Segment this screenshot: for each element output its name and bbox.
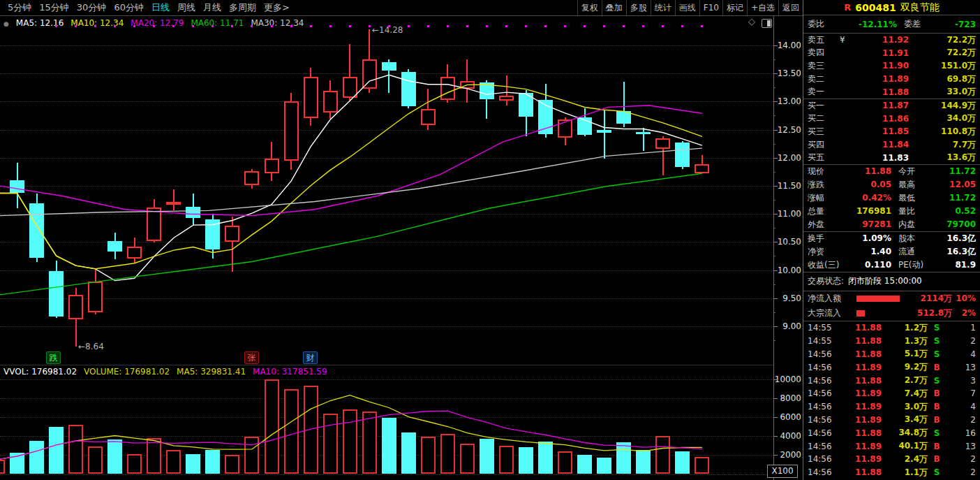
tick-time: 14:56 bbox=[808, 388, 836, 398]
flow-bar bbox=[856, 296, 900, 302]
ask-price: 11.92 bbox=[848, 35, 909, 45]
tick-count: 4 bbox=[946, 349, 976, 359]
quote-value: 11.72 bbox=[932, 166, 976, 176]
toolbar-button-画线[interactable]: 画线 bbox=[675, 0, 699, 15]
period-tab-5分钟[interactable]: 5分钟 bbox=[8, 1, 31, 14]
period-tab-60分钟[interactable]: 60分钟 bbox=[114, 1, 144, 14]
period-tab-多周期[interactable]: 多周期 bbox=[229, 1, 256, 14]
weicha-label: 委差 bbox=[904, 18, 932, 30]
tick-count: 2 bbox=[946, 454, 976, 464]
bid-label: 买一 bbox=[808, 100, 840, 112]
ask-label: 卖三 bbox=[808, 60, 840, 72]
ask-row[interactable]: 卖二11.8969.8万 bbox=[803, 73, 980, 86]
toolbar-button-F10[interactable]: F10 bbox=[699, 0, 722, 15]
quote-value: 0.05 bbox=[845, 180, 891, 189]
period-tab-日线[interactable]: 日线 bbox=[151, 1, 170, 14]
tick-row: 14:5611.881.1万S2 bbox=[803, 466, 980, 477]
tick-count: 2 bbox=[946, 336, 976, 346]
tick-list[interactable]: 14:5511.881.2万S114:5511.881.3万S214:5611.… bbox=[803, 321, 980, 477]
toolbar-button-标记[interactable]: 标记 bbox=[722, 0, 747, 15]
split-view-icon[interactable] bbox=[762, 19, 772, 28]
diamond-icon[interactable]: ◇ bbox=[748, 16, 755, 27]
toolbar-button-+自选[interactable]: +自选 bbox=[747, 0, 778, 15]
toolbar-button-多股[interactable]: 多股 bbox=[626, 0, 651, 15]
bid-row[interactable]: 买四11.847.7万 bbox=[803, 138, 980, 152]
tick-time: 14:56 bbox=[808, 363, 836, 372]
tick-time: 14:56 bbox=[808, 428, 836, 438]
quote-value: 1.40 bbox=[845, 247, 891, 256]
quote-label: 总量 bbox=[808, 205, 845, 217]
bid-label: 买二 bbox=[808, 112, 840, 124]
money-flow-row: 大宗流入512.8万2% bbox=[803, 306, 980, 321]
quote-label: 最低 bbox=[898, 192, 932, 204]
period-tab-更多>[interactable]: 更多> bbox=[264, 1, 290, 14]
money-flow-row: 净流入额2114万10% bbox=[803, 291, 980, 306]
tick-price: 11.88 bbox=[836, 349, 882, 359]
tick-count: 7 bbox=[946, 388, 976, 398]
bid-amount: 144.9万 bbox=[927, 100, 976, 112]
bid-price: 11.84 bbox=[840, 140, 909, 150]
ask-row[interactable]: 卖四11.9172.2万 bbox=[803, 47, 980, 60]
ask-row[interactable]: 卖三11.90151.0万 bbox=[803, 59, 980, 73]
tick-direction: S bbox=[928, 323, 946, 333]
tick-price: 11.89 bbox=[836, 454, 882, 464]
ask-row[interactable]: 卖一11.8833.0万 bbox=[803, 85, 980, 99]
toolbar-button-返回[interactable]: 返回 bbox=[778, 0, 803, 15]
tick-count: 2 bbox=[946, 415, 976, 425]
toolbar-button-复权[interactable]: 复权 bbox=[577, 0, 602, 15]
tick-row: 14:5611.885.1万S4 bbox=[803, 348, 980, 361]
candlestick-chart[interactable]: ●MA5: 12.16MA10: 12.34MA20: 12.79MA60: 1… bbox=[0, 0, 803, 480]
tick-row: 14:5611.893.0万B4 bbox=[803, 400, 980, 414]
quote-label: 涨跌 bbox=[808, 179, 845, 191]
quote-label: 今开 bbox=[898, 166, 932, 177]
period-tab-月线[interactable]: 月线 bbox=[203, 1, 221, 14]
quote-label: 收益(三) bbox=[808, 259, 845, 271]
weibi-value: -12.11% bbox=[848, 20, 897, 29]
tick-direction: B bbox=[928, 388, 946, 398]
period-tab-30分钟[interactable]: 30分钟 bbox=[77, 1, 107, 14]
bid-row[interactable]: 买二11.8634.0万 bbox=[803, 112, 980, 126]
tick-price: 11.88 bbox=[836, 323, 882, 333]
tick-volume: 3.4万 bbox=[882, 414, 928, 426]
bid-levels: 买一11.87144.9万买二11.8634.0万买三11.85110.8万买四… bbox=[803, 99, 980, 164]
toolbar-button-统计[interactable]: 统计 bbox=[651, 0, 675, 15]
toolbar-button-叠加[interactable]: 叠加 bbox=[602, 0, 626, 15]
tick-row: 14:5511.881.2万S1 bbox=[803, 321, 980, 335]
bid-row[interactable]: 买一11.87144.9万 bbox=[803, 99, 980, 112]
quote-label: 量比 bbox=[898, 205, 932, 217]
stock-name: 双良节能 bbox=[900, 1, 940, 14]
volume-ma5-line bbox=[0, 395, 702, 460]
ask-price: 11.89 bbox=[840, 74, 909, 84]
tick-price: 11.89 bbox=[836, 402, 882, 412]
ask-amount: 151.0万 bbox=[927, 60, 976, 72]
bid-label: 买五 bbox=[808, 152, 840, 163]
tick-volume: 9.2万 bbox=[882, 361, 928, 373]
bid-row[interactable]: 买三11.85110.8万 bbox=[803, 125, 980, 138]
ask-amount: 33.0万 bbox=[927, 86, 976, 98]
quote-label: PE(动) bbox=[898, 259, 932, 271]
period-tab-周线[interactable]: 周线 bbox=[177, 1, 195, 14]
quote-label: 现价 bbox=[808, 166, 845, 177]
volume-ma10-line bbox=[0, 411, 702, 460]
period-tabs: 5分钟15分钟30分钟60分钟日线周线月线多周期更多> bbox=[0, 1, 290, 14]
tick-count: 16 bbox=[946, 428, 976, 438]
tick-row: 14:5511.881.3万S2 bbox=[803, 335, 980, 348]
tick-direction: B bbox=[928, 442, 946, 451]
bid-price: 11.83 bbox=[840, 153, 909, 163]
money-flow-rows: 净流入额2114万10%大宗流入512.8万2% bbox=[803, 291, 980, 321]
bid-row[interactable]: 买五11.8313.6万 bbox=[803, 151, 980, 164]
tick-volume: 7.4万 bbox=[882, 388, 928, 400]
quote-label: 最高 bbox=[898, 179, 932, 191]
flow-label: 大宗流入 bbox=[808, 307, 851, 319]
tick-price: 11.88 bbox=[836, 428, 882, 438]
ask-row[interactable]: 卖五¥11.9272.2万 bbox=[803, 34, 980, 47]
bid-amount: 110.8万 bbox=[927, 126, 976, 138]
tick-time: 14:56 bbox=[808, 454, 836, 464]
tick-direction: S bbox=[928, 376, 946, 386]
quote-value: 12.05 bbox=[932, 180, 976, 189]
ask-label: 卖一 bbox=[808, 86, 840, 98]
tick-price: 11.89 bbox=[836, 363, 882, 372]
period-tab-15分钟[interactable]: 15分钟 bbox=[39, 1, 69, 14]
quote-label: 外盘 bbox=[808, 219, 845, 231]
quote-value: 0.52 bbox=[932, 206, 976, 216]
